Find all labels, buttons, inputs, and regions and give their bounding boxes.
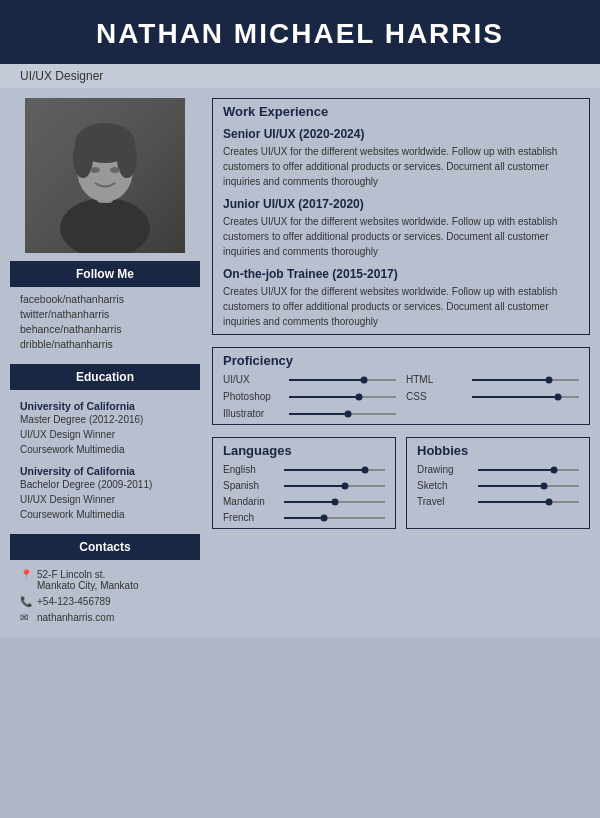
skill-photoshop: Photoshop bbox=[223, 391, 396, 402]
svg-point-8 bbox=[90, 167, 100, 173]
left-column: Follow Me facebook/nathanharris twitter/… bbox=[10, 98, 200, 627]
email-icon: ✉ bbox=[20, 612, 32, 623]
skill-track-css bbox=[472, 396, 579, 398]
website-text[interactable]: nathanharris.com bbox=[37, 612, 114, 623]
social-link-1[interactable]: twitter/nathanharris bbox=[20, 308, 190, 320]
hobby-track-sketch bbox=[478, 485, 579, 487]
bottom-section: Languages English Spanish bbox=[212, 437, 590, 529]
work-entry-2: On-the-job Trainee (2015-2017) Creates U… bbox=[223, 267, 579, 329]
hobby-drawing: Drawing bbox=[417, 464, 579, 475]
social-link-0[interactable]: facebook/nathanharris bbox=[20, 293, 190, 305]
hobbies-section: Hobbies Drawing Sketch bbox=[406, 437, 590, 529]
lang-english: English bbox=[223, 464, 385, 475]
edu-coursework-1: Coursework Multimedia bbox=[20, 507, 190, 522]
follow-me-section: Follow Me facebook/nathanharris twitter/… bbox=[10, 261, 200, 356]
lang-name-english: English bbox=[223, 464, 278, 475]
right-column: Work Experience Senior UI/UX (2020-2024)… bbox=[200, 98, 590, 627]
location-icon: 📍 bbox=[20, 569, 32, 580]
full-name: NATHAN MICHAEL HARRIS bbox=[20, 18, 580, 50]
skill-fill-photoshop bbox=[289, 396, 359, 398]
skill-track-photoshop bbox=[289, 396, 396, 398]
hobby-track-drawing bbox=[478, 469, 579, 471]
skill-fill-uiux bbox=[289, 379, 364, 381]
skill-name-photoshop: Photoshop bbox=[223, 391, 283, 402]
hobby-travel: Travel bbox=[417, 496, 579, 507]
address-text: 52-F Lincoln st.Mankato City, Mankato bbox=[37, 569, 139, 591]
lang-name-french: French bbox=[223, 512, 278, 523]
skill-name-html: HTML bbox=[406, 374, 466, 385]
work-title-0: Senior UI/UX (2020-2024) bbox=[223, 127, 579, 141]
lang-mandarin: Mandarin bbox=[223, 496, 385, 507]
contacts-section: Contacts 📍 52-F Lincoln st.Mankato City,… bbox=[10, 534, 200, 627]
social-links: facebook/nathanharris twitter/nathanharr… bbox=[10, 287, 200, 356]
skill-fill-html bbox=[472, 379, 549, 381]
work-experience-title: Work Experience bbox=[223, 104, 579, 119]
edu-coursework-0: Coursework Multimedia bbox=[20, 442, 190, 457]
main-layout: Follow Me facebook/nathanharris twitter/… bbox=[0, 88, 600, 637]
skill-illustrator: Illustrator bbox=[223, 408, 396, 419]
edu-school-0: University of California bbox=[20, 400, 190, 412]
hobby-fill-drawing bbox=[478, 469, 554, 471]
proficiency-grid: UI/UX Photoshop Illustrator bbox=[223, 374, 579, 419]
contacts-list: 📍 52-F Lincoln st.Mankato City, Mankato … bbox=[10, 560, 200, 627]
lang-track-mandarin bbox=[284, 501, 385, 503]
edu-award-1: UI/UX Design Winner bbox=[20, 492, 190, 507]
education-header: Education bbox=[10, 364, 200, 390]
work-desc-1: Creates UI/UX for the different websites… bbox=[223, 214, 579, 259]
proficiency-title: Proficiency bbox=[223, 353, 579, 368]
phone-icon: 📞 bbox=[20, 596, 32, 607]
profile-photo bbox=[25, 98, 185, 253]
edu-school-1: University of California bbox=[20, 465, 190, 477]
hobby-name-sketch: Sketch bbox=[417, 480, 472, 491]
education-section: Education University of California Maste… bbox=[10, 364, 200, 526]
skill-fill-css bbox=[472, 396, 558, 398]
proficiency-right: HTML CSS bbox=[406, 374, 579, 419]
work-title-1: Junior UI/UX (2017-2020) bbox=[223, 197, 579, 211]
lang-fill-french bbox=[284, 517, 324, 519]
languages-list: English Spanish Mandarin bbox=[223, 464, 385, 523]
skill-css: CSS bbox=[406, 391, 579, 402]
work-desc-2: Creates UI/UX for the different websites… bbox=[223, 284, 579, 329]
hobbies-title: Hobbies bbox=[417, 443, 579, 458]
skill-name-illustrator: Illustrator bbox=[223, 408, 283, 419]
social-link-2[interactable]: behance/nathanharris bbox=[20, 323, 190, 335]
work-entry-1: Junior UI/UX (2017-2020) Creates UI/UX f… bbox=[223, 197, 579, 259]
hobby-fill-travel bbox=[478, 501, 549, 503]
education-list: University of California Master Degree (… bbox=[10, 390, 200, 526]
education-entry-1: University of California Bachelor Degree… bbox=[20, 465, 190, 522]
edu-award-0: UI/UX Design Winner bbox=[20, 427, 190, 442]
skill-name-css: CSS bbox=[406, 391, 466, 402]
hobby-name-travel: Travel bbox=[417, 496, 472, 507]
hobby-sketch: Sketch bbox=[417, 480, 579, 491]
phone-text[interactable]: +54-123-456789 bbox=[37, 596, 111, 607]
contact-phone: 📞 +54-123-456789 bbox=[20, 596, 190, 607]
education-entry-0: University of California Master Degree (… bbox=[20, 400, 190, 457]
lang-track-french bbox=[284, 517, 385, 519]
skill-track-uiux bbox=[289, 379, 396, 381]
lang-fill-mandarin bbox=[284, 501, 335, 503]
skill-uiux: UI/UX bbox=[223, 374, 396, 385]
lang-spanish: Spanish bbox=[223, 480, 385, 491]
lang-fill-english bbox=[284, 469, 365, 471]
job-title: UI/UX Designer bbox=[20, 69, 103, 83]
skill-track-html bbox=[472, 379, 579, 381]
follow-me-header: Follow Me bbox=[10, 261, 200, 287]
work-title-2: On-the-job Trainee (2015-2017) bbox=[223, 267, 579, 281]
hobby-fill-sketch bbox=[478, 485, 544, 487]
skill-track-illustrator bbox=[289, 413, 396, 415]
proficiency-left: UI/UX Photoshop Illustrator bbox=[223, 374, 396, 419]
languages-title: Languages bbox=[223, 443, 385, 458]
lang-fill-spanish bbox=[284, 485, 345, 487]
svg-point-7 bbox=[117, 138, 137, 178]
lang-french: French bbox=[223, 512, 385, 523]
svg-point-9 bbox=[110, 167, 120, 173]
skill-html: HTML bbox=[406, 374, 579, 385]
edu-degree-1: Bachelor Degree (2009-2011) bbox=[20, 477, 190, 492]
languages-section: Languages English Spanish bbox=[212, 437, 396, 529]
contact-address: 📍 52-F Lincoln st.Mankato City, Mankato bbox=[20, 569, 190, 591]
lang-track-english bbox=[284, 469, 385, 471]
work-experience-section: Work Experience Senior UI/UX (2020-2024)… bbox=[212, 98, 590, 335]
proficiency-section: Proficiency UI/UX Photoshop bbox=[212, 347, 590, 425]
header: NATHAN MICHAEL HARRIS bbox=[0, 0, 600, 64]
social-link-3[interactable]: dribble/nathanharris bbox=[20, 338, 190, 350]
